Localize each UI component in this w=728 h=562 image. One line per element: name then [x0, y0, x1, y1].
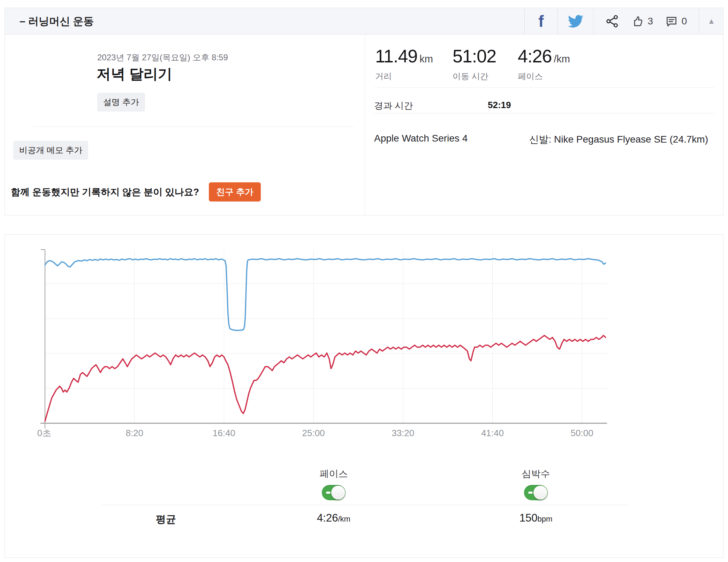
distance-unit: km	[419, 53, 433, 64]
x-axis-tick-label: 50:00	[571, 428, 593, 438]
series-line-페이스	[45, 259, 606, 331]
stats-divider-2	[374, 113, 714, 113]
pace-toggle-switch[interactable]	[322, 485, 346, 500]
activity-name: 저녁 달리기	[97, 64, 172, 84]
add-private-note-button[interactable]: 비공개 메모 추가	[13, 141, 88, 160]
distance-value: 11.49	[375, 46, 417, 66]
elapsed-time-value: 52:19	[488, 100, 511, 111]
comment-count: 0	[682, 16, 687, 27]
header-actions: f 3	[524, 8, 724, 35]
pace-label: 페이스	[518, 71, 570, 82]
x-axis-tick-label: 33:20	[392, 428, 414, 438]
toggle-knob	[533, 486, 547, 500]
moving-time-value: 51:02	[453, 46, 496, 66]
heart-rate-toggle-label: 심박수	[522, 468, 550, 480]
shoes-info[interactable]: 신발: Nike Pegasus Flyease SE (24.7km)	[529, 133, 708, 146]
average-row-label: 평균	[138, 512, 194, 526]
moving-time-label: 이동 시간	[453, 71, 498, 82]
toggle-knob	[331, 486, 345, 500]
add-description-button[interactable]: 설명 추가	[97, 93, 145, 112]
like-count: 3	[647, 16, 653, 27]
pace-toggle-label: 페이스	[320, 468, 348, 480]
share-button[interactable]	[605, 14, 619, 28]
add-friend-button[interactable]: 친구 추가	[209, 182, 261, 202]
pace-toggle-group: 페이스	[306, 468, 362, 500]
pace-value: 4:26	[518, 46, 552, 66]
x-axis-tick-label: 0초	[37, 428, 51, 438]
toggle-on-dash-icon	[528, 492, 533, 494]
average-heart-rate-unit: bpm	[537, 515, 552, 523]
like-button[interactable]: 3	[631, 15, 653, 28]
average-pace: 4:26/km	[299, 512, 369, 524]
facebook-icon: f	[538, 13, 544, 29]
heart-rate-toggle-switch[interactable]	[524, 485, 548, 500]
stat-moving-time: 51:02 이동 시간	[453, 46, 498, 82]
x-axis-tick-label: 25:00	[302, 428, 325, 438]
twitter-share-button[interactable]	[558, 8, 593, 35]
share-icon	[605, 14, 619, 28]
friend-prompt-text: 함께 운동했지만 기록하지 않은 분이 있나요?	[11, 186, 199, 198]
social-actions-cell: 3 0	[593, 8, 699, 35]
x-axis-tick-label: 41:40	[481, 428, 504, 438]
average-pace-value: 4:26	[317, 512, 338, 524]
elapsed-time-label: 경과 시간	[374, 100, 413, 112]
series-line-심박수	[45, 335, 606, 421]
section-divider	[33, 127, 354, 127]
collapse-button[interactable]: ▲	[699, 8, 724, 35]
average-heart-rate-value: 150	[520, 512, 538, 524]
stat-pace: 4:26/km 페이스	[518, 46, 570, 82]
toggle-on-dash-icon	[326, 492, 331, 494]
comment-button[interactable]: 0	[665, 15, 687, 28]
stat-distance: 11.49km 거리	[375, 46, 433, 82]
collapse-arrow-icon: ▲	[708, 17, 715, 26]
pace-unit: /km	[554, 53, 570, 64]
facebook-share-button[interactable]: f	[524, 8, 558, 35]
activity-date: 2023년 7월 27일(목요일) 오후 8:59	[97, 52, 228, 63]
panel-divider	[365, 35, 365, 215]
comment-icon	[665, 15, 678, 28]
average-pace-unit: /km	[338, 515, 350, 523]
friend-prompt-row: 함께 운동했지만 기록하지 않은 분이 있나요? 친구 추가	[11, 182, 261, 202]
twitter-icon	[568, 14, 583, 29]
activity-chart-card: 0초8:2016:4025:0033:2041:4050:00 페이스 심박수 …	[5, 234, 723, 558]
x-axis-tick-label: 8:20	[126, 428, 143, 438]
activity-summary-card: – 러닝머신 운동 f	[5, 8, 723, 215]
activity-type-title: – 러닝머신 운동	[20, 8, 94, 35]
averages-divider	[101, 505, 629, 505]
average-heart-rate: 150bpm	[501, 512, 571, 524]
pace-heart-rate-chart[interactable]: 0초8:2016:4025:0033:2041:4050:00	[5, 235, 724, 558]
heart-rate-toggle-group: 심박수	[508, 468, 564, 500]
x-axis-tick-label: 16:40	[213, 428, 235, 438]
thumbs-up-icon	[631, 15, 644, 28]
primary-stats: 11.49km 거리 51:02 이동 시간 4:26/km 페이스	[375, 46, 570, 82]
activity-header-bar: – 러닝머신 운동 f	[5, 8, 723, 35]
device-name: Apple Watch Series 4	[374, 133, 468, 144]
distance-label: 거리	[375, 71, 433, 82]
stats-divider-1	[374, 88, 714, 88]
